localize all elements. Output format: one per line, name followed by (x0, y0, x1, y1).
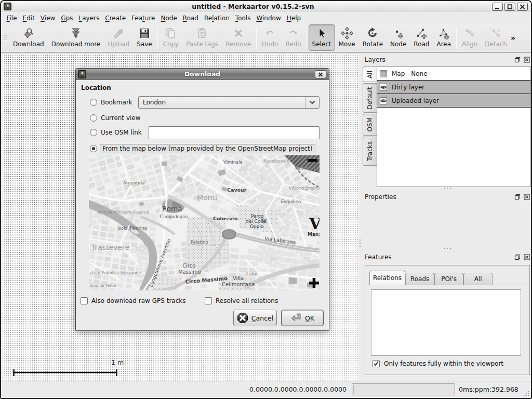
map-zoom-out-button[interactable]: − (308, 159, 317, 162)
dialog-map-preview[interactable]: ArgentinaViminaleNapoleone IIITermini - … (89, 155, 320, 290)
resize-grip[interactable] (523, 390, 529, 396)
osm-link-input[interactable] (149, 126, 320, 139)
layers-tab-tracks[interactable]: Tracks (363, 137, 377, 166)
node-tool-button[interactable]: Node (387, 24, 410, 51)
viewport-filter-row: Only features fully within the viewport (373, 360, 503, 367)
menu-view[interactable]: View (37, 13, 58, 23)
window-title: untitled - Merkaartor v0.15.2-svn (58, 3, 448, 10)
bookmark-combo[interactable]: London (138, 96, 320, 109)
tab-roads[interactable]: Roads (405, 273, 434, 285)
upload-button: Upload (104, 24, 133, 51)
minimize-button[interactable] (492, 3, 503, 11)
maximize-icon (507, 4, 513, 9)
bookmark-radio-label: Bookmark (101, 99, 132, 106)
menu-relation[interactable]: Relation (201, 13, 232, 23)
layers-float-button[interactable] (514, 57, 521, 63)
select-tool-button[interactable]: Select (309, 24, 335, 51)
from-map-radio-label: From the map below (map provided by the … (100, 144, 315, 153)
current-view-radio[interactable] (90, 114, 97, 122)
layer-row-dirty[interactable]: Dirty layer (377, 81, 530, 94)
ok-button[interactable]: OK (281, 310, 324, 326)
select-icon (315, 26, 328, 40)
area-tool-button[interactable]: Area (433, 24, 455, 51)
tab-all[interactable]: All (463, 273, 493, 285)
gps-tracks-checkbox[interactable] (81, 297, 88, 304)
menu-tools[interactable]: Tools (232, 13, 254, 23)
download-more-button[interactable]: Download more (48, 24, 104, 51)
copy-icon (165, 26, 177, 40)
dialog-close-button[interactable] (315, 70, 326, 78)
resolve-relations-checkbox[interactable] (205, 297, 212, 304)
map-label: Colosseo (213, 216, 238, 221)
dock-splitter[interactable] (359, 237, 361, 249)
map-label: Arenula Ministero Giustizia (97, 210, 149, 215)
layers-tab-default[interactable]: Default (363, 83, 377, 113)
layers-tab-osm[interactable]: OSM (363, 114, 377, 136)
features-float-button[interactable] (514, 254, 521, 261)
menu-help[interactable]: Help (284, 13, 303, 23)
toolbar-handle[interactable] (4, 32, 8, 44)
layer-swatch-checkbox[interactable] (380, 70, 387, 77)
menu-window[interactable]: Window (254, 13, 284, 23)
menu-road[interactable]: Road (180, 13, 201, 23)
toolbar-separator (456, 26, 457, 49)
bookmark-combo-value: London (139, 99, 305, 106)
move-tool-button[interactable]: Move (335, 24, 359, 51)
main-window: untitled - Merkaartor v0.15.2-svn File E… (0, 0, 532, 399)
layers-dock-body: All Default OSM Tracks Map - None Dirty … (363, 66, 531, 187)
layers-dock-titlebar: Layers (363, 53, 532, 64)
viewport-filter-label: Only features fully within the viewport (384, 360, 503, 367)
layers-close-button[interactable] (523, 57, 530, 63)
menu-node[interactable]: Node (158, 13, 180, 23)
layer-row-uploaded[interactable]: Uploaded layer (377, 94, 530, 108)
map-label: Trastevere (91, 243, 129, 251)
map-label: dino da Feltre (90, 283, 117, 288)
layers-dock-title: Layers (365, 56, 511, 63)
features-close-button[interactable] (523, 254, 530, 261)
layers-tab-all[interactable]: All (363, 66, 377, 82)
tab-relations[interactable]: Relations (369, 271, 405, 285)
combo-arrow-section (305, 97, 319, 108)
resolve-relations-check-row: Resolve all relations (205, 297, 278, 304)
map-label: Napoleone III (263, 159, 291, 164)
dock-splitter-handle[interactable] (363, 248, 532, 250)
menu-gps[interactable]: Gps (58, 13, 76, 23)
detach-button: Detach (481, 24, 511, 51)
bookmark-radio[interactable] (90, 99, 97, 106)
properties-float-button[interactable] (514, 194, 521, 201)
properties-dock-body (363, 202, 532, 247)
cancel-button[interactable]: Cancel (233, 310, 277, 326)
menu-feature[interactable]: Feature (129, 13, 158, 23)
save-button[interactable]: Save (133, 24, 155, 51)
toolbar-separator (307, 26, 307, 49)
menu-layers[interactable]: Layers (76, 13, 102, 23)
menu-bar: File Edit View Gps Layers Create Feature… (1, 12, 531, 24)
road-icon (415, 26, 428, 40)
tab-pois[interactable]: POI's (434, 273, 463, 285)
properties-close-button[interactable] (523, 194, 530, 201)
title-bar[interactable]: untitled - Merkaartor v0.15.2-svn (1, 1, 531, 12)
features-list[interactable] (371, 289, 521, 356)
road-tool-button[interactable]: Road (410, 24, 433, 51)
map-label: Celio (246, 271, 257, 276)
layer-row-map[interactable]: Map - None (377, 67, 530, 81)
menu-create[interactable]: Create (102, 13, 129, 23)
from-map-radio[interactable] (90, 145, 97, 152)
map-label: Termini - La (294, 166, 318, 171)
menu-file[interactable]: File (4, 13, 20, 23)
dock-splitter-handle[interactable] (363, 188, 532, 190)
osm-link-radio[interactable] (90, 129, 97, 136)
rotate-tool-button[interactable]: Rotate (359, 24, 387, 51)
map-label: del Colle (246, 219, 266, 224)
viewport-filter-checkbox[interactable] (373, 360, 380, 367)
menu-edit[interactable]: Edit (20, 13, 37, 23)
maximize-button[interactable] (504, 3, 515, 11)
dialog-titlebar[interactable]: Download (76, 69, 329, 80)
upload-icon (112, 26, 125, 40)
eye-icon[interactable] (380, 84, 387, 91)
from-map-radio-row: From the map below (map provided by the … (90, 144, 315, 153)
eye-icon[interactable] (380, 97, 387, 104)
download-button[interactable]: Download (9, 24, 48, 51)
toolbar-overflow-chevron[interactable]: » (511, 34, 515, 42)
close-button[interactable] (517, 3, 528, 11)
